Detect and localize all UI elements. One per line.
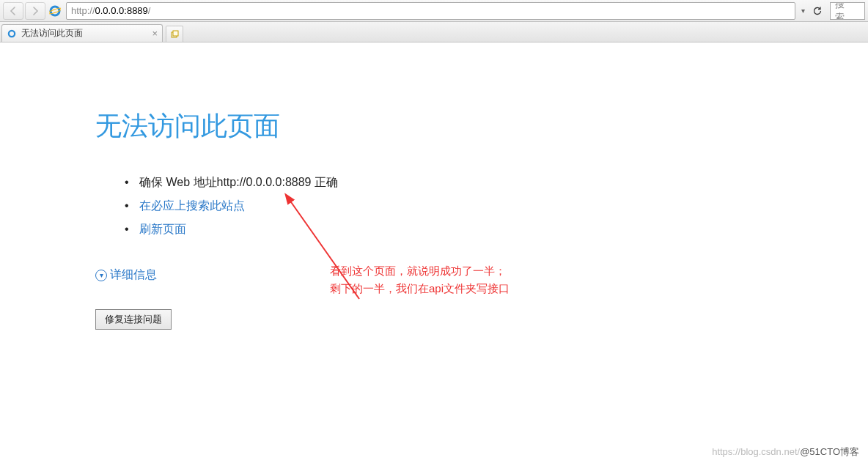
address-dropdown-icon[interactable]: ▾ (801, 7, 805, 15)
address-bar-controls: ▾ (801, 3, 825, 19)
error-heading: 无法访问此页面 (95, 108, 868, 144)
search-bing-link[interactable]: 在必应上搜索此站点 (139, 199, 245, 212)
url-host: 0.0.0.0:8889 (95, 5, 148, 16)
annotation-line2: 剩下的一半，我们在api文件夹写接口 (330, 280, 510, 297)
ie-favicon-icon (7, 29, 17, 39)
suggestion-refresh: 刷新页面 (125, 218, 868, 241)
watermark-dark: @51CTO博客 (800, 446, 859, 457)
watermark: https://blog.csdn.net/@51CTO博客 (712, 445, 859, 459)
details-label: 详细信息 (110, 267, 157, 283)
watermark-faint: https://blog.csdn.net/ (712, 446, 800, 457)
error-page-content: 无法访问此页面 确保 Web 地址http://0.0.0.0:8889 正确 … (0, 42, 868, 330)
annotation-text: 看到这个页面，就说明成功了一半； 剩下的一半，我们在api文件夹写接口 (330, 262, 510, 297)
fix-connection-button[interactable]: 修复连接问题 (95, 309, 172, 330)
forward-button[interactable] (25, 2, 45, 20)
tab-bar: 无法访问此页面 × (0, 22, 868, 42)
new-tab-button[interactable] (166, 26, 183, 42)
search-input[interactable]: 搜索... (830, 2, 865, 20)
annotation-line1: 看到这个页面，就说明成功了一半； (330, 262, 510, 280)
suggestion-search-bing: 在必应上搜索此站点 (125, 194, 868, 218)
suggestion-check-address: 确保 Web 地址http://0.0.0.0:8889 正确 (125, 171, 868, 194)
ie-logo-icon (48, 4, 62, 18)
browser-navigation-bar: http://0.0.0.0:8889/ ▾ 搜索... (0, 0, 868, 22)
url-path: / (148, 5, 151, 16)
url-protocol: http:// (71, 5, 95, 16)
tab-close-icon[interactable]: × (152, 28, 158, 39)
tab-title: 无法访问此页面 (21, 27, 147, 40)
address-bar[interactable]: http://0.0.0.0:8889/ (66, 2, 795, 20)
svg-point-0 (51, 7, 59, 15)
svg-rect-4 (173, 31, 178, 36)
refresh-page-link[interactable]: 刷新页面 (139, 223, 186, 235)
back-button[interactable] (3, 2, 23, 20)
refresh-button[interactable] (809, 3, 825, 19)
search-placeholder: 搜索... (835, 2, 860, 20)
error-suggestions-list: 确保 Web 地址http://0.0.0.0:8889 正确 在必应上搜索此站… (125, 171, 868, 241)
tab-active[interactable]: 无法访问此页面 × (1, 24, 163, 42)
chevron-down-icon: ▾ (95, 270, 107, 281)
svg-point-2 (9, 30, 15, 36)
